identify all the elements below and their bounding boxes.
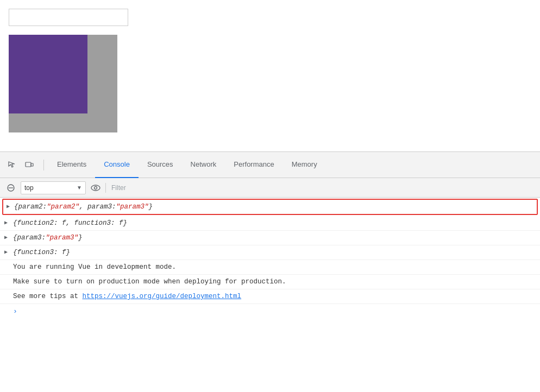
filter-placeholder: Filter bbox=[111, 184, 126, 192]
eye-icon[interactable] bbox=[89, 181, 102, 194]
console-output: ▶ {param2: "param2", param3: "param3"} ▶… bbox=[0, 198, 540, 392]
svg-point-5 bbox=[95, 186, 97, 189]
inspect-element-icon[interactable] bbox=[4, 157, 20, 173]
context-value: top bbox=[24, 184, 77, 192]
svg-point-4 bbox=[91, 185, 100, 191]
toolbar-separator bbox=[105, 183, 106, 193]
clear-console-icon[interactable] bbox=[4, 181, 17, 194]
svg-rect-1 bbox=[31, 163, 33, 166]
svg-rect-0 bbox=[26, 162, 31, 167]
expand-triangle-2: ▶ bbox=[4, 218, 8, 228]
console-line-2[interactable]: ▶ {function2: f, function3: f} bbox=[0, 216, 540, 231]
tab-separator bbox=[43, 160, 44, 170]
purple-box bbox=[9, 35, 87, 113]
tab-performance[interactable]: Performance bbox=[225, 152, 282, 178]
tab-network[interactable]: Network bbox=[182, 152, 225, 178]
chevron-down-icon: ▼ bbox=[77, 185, 82, 191]
expand-triangle-1: ▶ bbox=[7, 202, 10, 212]
console-line-1[interactable]: ▶ {param2: "param2", param3: "param3"} bbox=[2, 199, 538, 215]
page-input[interactable] bbox=[9, 9, 128, 26]
console-toolbar: top ▼ Filter bbox=[0, 178, 540, 198]
devtools-panel: Elements Console Sources Network Perform… bbox=[0, 152, 540, 392]
expand-triangle-4: ▶ bbox=[4, 248, 8, 257]
console-line-3[interactable]: ▶ {param3: "param3"} bbox=[0, 231, 540, 245]
devtools-tab-bar: Elements Console Sources Network Perform… bbox=[0, 152, 540, 178]
vue-deployment-link[interactable]: https://vuejs.org/guide/deployment.html bbox=[83, 293, 242, 300]
tab-sources[interactable]: Sources bbox=[139, 152, 182, 178]
console-prompt[interactable]: › bbox=[0, 304, 540, 319]
console-line-4[interactable]: ▶ {function3: f} bbox=[0, 245, 540, 260]
vue-message-2: Make sure to turn on production mode whe… bbox=[0, 275, 540, 289]
tab-memory[interactable]: Memory bbox=[283, 152, 326, 178]
vue-message-3: See more tips at https://vuejs.org/guide… bbox=[0, 289, 540, 304]
canvas-area bbox=[9, 35, 117, 132]
tab-elements[interactable]: Elements bbox=[48, 152, 95, 178]
tab-console[interactable]: Console bbox=[95, 152, 139, 178]
context-selector[interactable]: top ▼ bbox=[21, 181, 86, 194]
vue-message-1: You are running Vue in development mode. bbox=[0, 260, 540, 275]
expand-triangle-3: ▶ bbox=[4, 233, 8, 243]
device-toggle-icon[interactable] bbox=[22, 157, 37, 173]
page-area bbox=[0, 0, 540, 152]
